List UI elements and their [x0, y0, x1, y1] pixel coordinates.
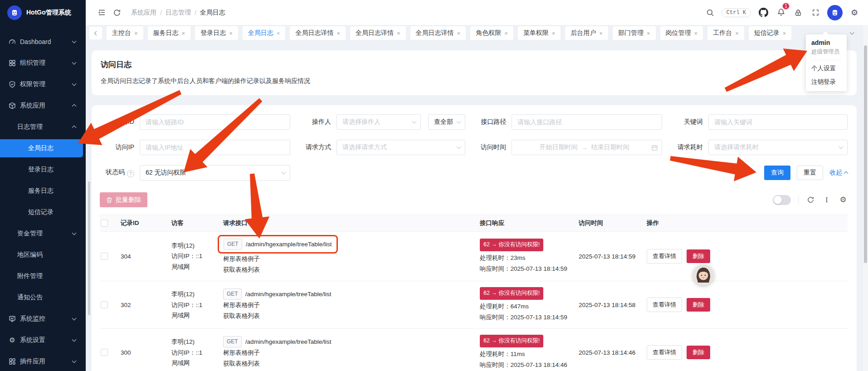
- github-icon[interactable]: [757, 5, 769, 20]
- close-icon[interactable]: ×: [783, 30, 786, 37]
- view-detail-button[interactable]: 查看详情: [647, 249, 682, 264]
- tab-global-log-detail[interactable]: 全局日志详情×: [410, 26, 466, 40]
- tab-workbench[interactable]: 工作台×: [707, 26, 744, 40]
- sidebar-item-system-app[interactable]: 系统应用: [0, 97, 86, 115]
- operator-select[interactable]: 请选择操作人: [336, 114, 421, 130]
- support-avatar[interactable]: [693, 264, 714, 285]
- sidebar-item-notice[interactable]: 通知公告: [0, 288, 86, 307]
- tabs-dropdown-icon[interactable]: [845, 27, 858, 39]
- select-all-checkbox[interactable]: [101, 220, 108, 227]
- row-checkbox[interactable]: [101, 349, 108, 356]
- filter-status-code: 状态码? 62 无访问权限: [100, 165, 290, 181]
- view-detail-button[interactable]: 查看详情: [647, 298, 682, 312]
- api-path-input[interactable]: [512, 114, 662, 130]
- visit-time: 2025-07-13 18:14:46: [579, 349, 647, 356]
- reset-button[interactable]: 重置: [797, 166, 823, 180]
- close-icon[interactable]: ×: [397, 30, 400, 37]
- tabs-scroll-left-icon[interactable]: [89, 27, 102, 39]
- search-icon[interactable]: [705, 5, 715, 20]
- sidebar-item-global-log[interactable]: 全局日志: [0, 139, 83, 157]
- menu-item-logout[interactable]: 注销登录: [811, 74, 841, 88]
- app-logo[interactable]: HotGo管理系统: [0, 0, 86, 25]
- visit-ip-input[interactable]: [140, 140, 290, 155]
- lock-screen-icon[interactable]: [793, 5, 804, 20]
- close-icon[interactable]: ×: [134, 30, 138, 37]
- tab-global-log-detail[interactable]: 全局日志详情×: [350, 26, 406, 40]
- delete-button[interactable]: 删除: [687, 346, 710, 359]
- collapse-sidebar-icon[interactable]: [94, 5, 109, 20]
- close-icon[interactable]: ×: [229, 30, 233, 37]
- tab-console[interactable]: 主控台×: [107, 26, 143, 40]
- sidebar-item-sms-record[interactable]: 短信记录: [0, 203, 86, 221]
- duration-select[interactable]: 请选择请求耗时: [708, 140, 848, 155]
- close-icon[interactable]: ×: [182, 30, 185, 37]
- sidebar-item-fund-management[interactable]: 资金管理: [0, 225, 86, 243]
- sidebar-item-system-settings[interactable]: ⚙ 系统设置: [0, 331, 86, 349]
- close-icon[interactable]: ×: [599, 30, 603, 37]
- trace-id-input[interactable]: [140, 114, 290, 130]
- filter-label: 关键词: [668, 118, 703, 126]
- tab-sms-record[interactable]: 短信记录×: [749, 26, 792, 40]
- sidebar-item-login-log[interactable]: 登录日志: [0, 161, 86, 179]
- settings-gear-icon[interactable]: ⚙: [849, 5, 860, 20]
- search-shortcut-badge[interactable]: Ctrl K: [722, 8, 751, 17]
- close-icon[interactable]: ×: [694, 30, 698, 37]
- user-avatar[interactable]: [827, 5, 843, 20]
- tab-service-log[interactable]: 服务日志×: [148, 26, 191, 40]
- row-height-icon[interactable]: I: [822, 195, 831, 205]
- reload-table-icon[interactable]: [806, 195, 815, 205]
- close-icon[interactable]: ×: [552, 30, 556, 37]
- refresh-page-icon[interactable]: [109, 5, 125, 20]
- shield-icon: [8, 80, 16, 88]
- tab-post-management[interactable]: 岗位管理×: [660, 26, 703, 40]
- close-icon[interactable]: ×: [735, 30, 739, 37]
- api-path: /admin/hgexample/treeTable/list: [245, 289, 332, 300]
- row-checkbox[interactable]: [101, 301, 108, 308]
- help-icon[interactable]: ?: [127, 170, 134, 177]
- breadcrumb-item[interactable]: 系统应用: [131, 9, 156, 17]
- batch-delete-button[interactable]: 批量删除: [100, 192, 147, 207]
- close-icon[interactable]: ×: [647, 30, 650, 37]
- page-scrollbar-thumb[interactable]: [864, 45, 867, 263]
- keyword-input[interactable]: [708, 114, 848, 130]
- visit-time-range-picker[interactable]: 开始日期时间 → 结束日期时间: [512, 140, 662, 155]
- close-icon[interactable]: ×: [504, 30, 508, 37]
- collapse-filters-link[interactable]: 收起: [829, 169, 848, 177]
- menu-item-personal-settings[interactable]: 个人设置: [811, 60, 841, 74]
- notifications-bell-icon[interactable]: 1: [775, 5, 786, 20]
- tab-login-log[interactable]: 登录日志×: [195, 26, 238, 40]
- content-scrollbar-thumb[interactable]: [88, 181, 90, 315]
- close-icon[interactable]: ×: [336, 30, 340, 37]
- tab-admin-user[interactable]: 后台用户×: [565, 26, 608, 40]
- sidebar-item-org[interactable]: 组织管理: [0, 54, 86, 72]
- tab-department[interactable]: 部门管理×: [613, 26, 656, 40]
- sidebar-item-plugin-app[interactable]: 插件应用: [0, 352, 86, 371]
- close-icon[interactable]: ×: [277, 30, 280, 37]
- view-detail-button[interactable]: 查看详情: [647, 345, 682, 360]
- table-settings-icon[interactable]: ⚙: [839, 195, 848, 205]
- delete-button[interactable]: 删除: [687, 298, 710, 312]
- status-code-select[interactable]: 62 无访问权限: [140, 165, 290, 181]
- sidebar-item-system-monitor[interactable]: 系统监控: [0, 310, 86, 328]
- striped-toggle[interactable]: [773, 195, 791, 205]
- sidebar-item-service-log[interactable]: 服务日志: [0, 182, 86, 200]
- delete-button[interactable]: 删除: [687, 249, 710, 263]
- tab-global-log[interactable]: 全局日志×: [243, 26, 286, 40]
- search-button[interactable]: 查询: [764, 166, 790, 180]
- sidebar-item-region-code[interactable]: 地区编码: [0, 246, 86, 264]
- operator-scope-select[interactable]: 查全部: [428, 114, 465, 130]
- breadcrumb-item[interactable]: 日志管理: [166, 9, 191, 17]
- response-cell: 62 → 你没有访问权限! 处理耗时：11ms 响应时间：2025-07-13 …: [480, 335, 579, 370]
- sidebar-item-permission[interactable]: 权限管理: [0, 75, 86, 93]
- sidebar-item-dashboard[interactable]: Dashboard: [0, 33, 86, 51]
- tab-role-permission[interactable]: 角色权限×: [470, 26, 513, 40]
- tab-menu-permission[interactable]: 菜单权限×: [518, 26, 561, 40]
- sidebar-item-attachment[interactable]: 附件管理: [0, 267, 86, 285]
- fullscreen-icon[interactable]: [810, 5, 821, 20]
- sidebar-item-log-management[interactable]: 日志管理: [0, 118, 86, 136]
- close-icon[interactable]: ×: [457, 30, 461, 37]
- request-api-cell: GET/admin/hgexample/treeTable/list 树形表格例…: [223, 288, 480, 321]
- row-checkbox[interactable]: [101, 253, 108, 260]
- request-method-select[interactable]: 请选择请求方式: [336, 140, 465, 155]
- tab-global-log-detail[interactable]: 全局日志详情×: [290, 26, 346, 40]
